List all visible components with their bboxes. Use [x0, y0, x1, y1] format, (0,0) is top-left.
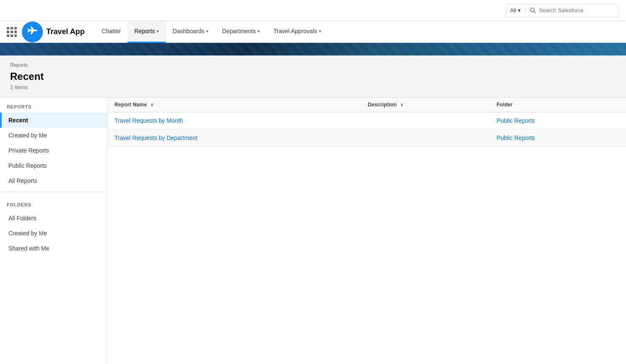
sidebar-item-folders-created-by-me-label: Created by Me [8, 230, 47, 237]
reports-section-label: REPORTS [0, 98, 107, 113]
sidebar-item-private-reports[interactable]: Private Reports [0, 143, 107, 158]
cell-description-1 [361, 112, 490, 129]
sidebar-item-all-reports-label: All Reports [8, 177, 37, 184]
nav-item-travel-approvals[interactable]: Travel Approvals ▾ [267, 21, 328, 43]
top-bar: All ▾ [0, 0, 626, 21]
app-logo [22, 21, 43, 42]
sidebar-item-public-reports[interactable]: Public Reports [0, 158, 107, 173]
item-count: 2 items [10, 84, 616, 90]
cell-report-name-2: Travel Requests by Department [108, 129, 361, 147]
sidebar-divider [0, 192, 107, 192]
cell-folder-2: Public Reports [490, 129, 626, 147]
search-icon [530, 7, 536, 14]
sidebar-item-recent-label: Recent [8, 117, 28, 124]
sidebar-item-shared-with-me[interactable]: Shared with Me [0, 241, 107, 256]
reports-chevron-icon: ▾ [156, 29, 159, 34]
search-container: All ▾ [506, 4, 619, 17]
sidebar-item-all-folders[interactable]: All Folders [0, 211, 107, 226]
col-header-description-label: Description [368, 102, 397, 108]
nav-item-dashboards[interactable]: Dashboards ▾ [166, 21, 215, 43]
sidebar-item-created-by-me-label: Created by Me [8, 132, 47, 139]
nav-item-reports-label: Reports [134, 28, 155, 34]
report-name-sort-icon[interactable]: ∨ [150, 102, 154, 107]
svg-line-1 [534, 11, 536, 13]
nav-item-chatter-label: Chatter [101, 28, 121, 34]
folder-link-1[interactable]: Public Reports [497, 117, 535, 124]
nav-bar: Travel App Chatter Reports ▾ Dashboards … [0, 21, 626, 43]
main-content: REPORTS Recent Created by Me Private Rep… [0, 98, 626, 364]
folder-link-2[interactable]: Public Reports [497, 135, 535, 141]
table-row: Travel Requests by Month Public Reports [108, 112, 626, 129]
col-header-folder-label: Folder [497, 102, 513, 108]
reports-table: Report Name ∨ Description ∨ Folder Trave… [108, 98, 626, 147]
sidebar: REPORTS Recent Created by Me Private Rep… [0, 98, 108, 364]
app-launcher-button[interactable] [7, 27, 17, 37]
search-input-wrap [525, 7, 619, 14]
search-scope-dropdown[interactable]: All ▾ [506, 7, 525, 13]
nav-item-dashboards-label: Dashboards [172, 28, 204, 34]
sidebar-item-all-folders-label: All Folders [8, 215, 36, 222]
page-header: Reports Recent 2 items [0, 55, 626, 98]
breadcrumb: Reports [10, 62, 616, 68]
nav-item-travel-approvals-label: Travel Approvals [273, 28, 317, 34]
nav-item-reports[interactable]: Reports ▾ [127, 21, 166, 43]
report-link-1[interactable]: Travel Requests by Month [114, 117, 183, 124]
table-header-row: Report Name ∨ Description ∨ Folder [108, 98, 626, 112]
cell-report-name-1: Travel Requests by Month [108, 112, 361, 129]
description-sort-icon[interactable]: ∨ [400, 102, 403, 107]
search-input[interactable] [539, 7, 615, 13]
nav-item-departments-label: Departments [222, 28, 256, 34]
cell-description-2 [361, 129, 490, 147]
nav-items: Chatter Reports ▾ Dashboards ▾ Departmen… [95, 21, 328, 43]
nav-item-departments[interactable]: Departments ▾ [215, 21, 267, 43]
search-scope-label: All [510, 7, 516, 13]
sidebar-item-recent[interactable]: Recent [0, 113, 107, 128]
chevron-down-icon: ▾ [518, 7, 521, 13]
sidebar-item-all-reports[interactable]: All Reports [0, 173, 107, 188]
col-header-report-name[interactable]: Report Name ∨ [108, 98, 361, 112]
sidebar-item-folders-created-by-me[interactable]: Created by Me [0, 226, 107, 241]
sidebar-item-public-reports-label: Public Reports [8, 162, 47, 169]
travel-approvals-chevron-icon: ▾ [319, 29, 321, 34]
dashboards-chevron-icon: ▾ [206, 29, 209, 34]
col-header-report-name-label: Report Name [114, 102, 147, 108]
app-name: Travel App [46, 27, 85, 36]
cell-folder-1: Public Reports [490, 112, 626, 129]
table-row: Travel Requests by Department Public Rep… [108, 129, 626, 147]
sidebar-item-shared-with-me-label: Shared with Me [8, 245, 49, 252]
sidebar-item-private-reports-label: Private Reports [8, 147, 49, 154]
table-area: Report Name ∨ Description ∨ Folder Trave… [108, 98, 626, 364]
folders-section-label: FOLDERS [0, 195, 107, 211]
decorative-banner [0, 43, 626, 55]
page-title: Recent [10, 71, 616, 82]
nav-item-chatter[interactable]: Chatter [95, 21, 127, 43]
report-link-2[interactable]: Travel Requests by Department [114, 135, 197, 141]
sidebar-item-created-by-me[interactable]: Created by Me [0, 128, 107, 143]
col-header-description[interactable]: Description ∨ [361, 98, 490, 112]
airplane-icon [26, 26, 39, 38]
departments-chevron-icon: ▾ [257, 29, 260, 34]
col-header-folder: Folder [490, 98, 626, 112]
